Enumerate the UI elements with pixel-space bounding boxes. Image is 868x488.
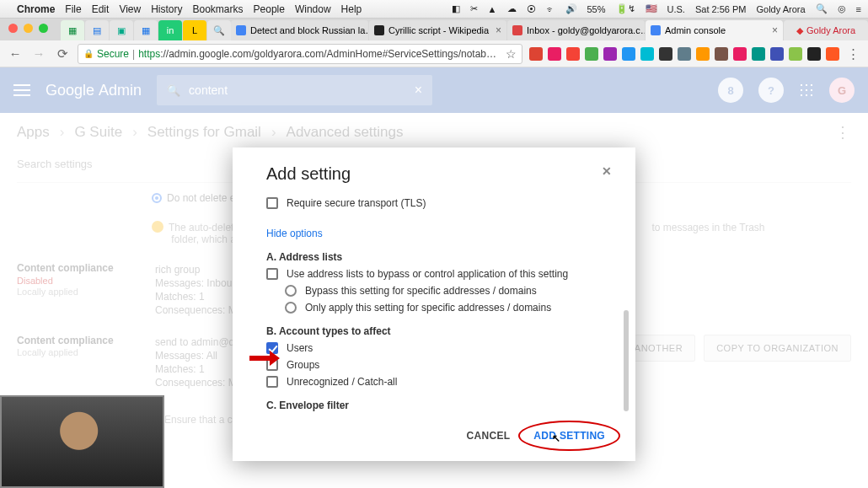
ext-icon[interactable] (659, 47, 672, 61)
window-controls (8, 24, 48, 33)
account-avatar[interactable]: G (829, 78, 855, 103)
ext-icon[interactable] (585, 47, 598, 61)
ext-icon[interactable] (640, 47, 654, 61)
admin-search-input[interactable] (189, 83, 406, 97)
battery-pct: 55% (587, 4, 606, 14)
clear-search-icon[interactable]: × (415, 83, 422, 98)
address-bar[interactable]: 🔒 Secure | https://admin.google.com/gold… (78, 44, 522, 64)
ext-icon[interactable] (752, 47, 765, 61)
close-icon[interactable]: × (496, 24, 501, 36)
pinned-tab[interactable]: L (183, 20, 206, 40)
back-button[interactable]: ← (7, 46, 24, 62)
status-icon: ✂ (470, 3, 478, 14)
ext-icon[interactable] (566, 47, 580, 61)
admin-search[interactable]: 🔍 × (157, 75, 432, 105)
breadcrumb-item: Advanced settings (287, 124, 404, 141)
browser-tab[interactable]: Cyrillic script - Wikipedia× (369, 20, 506, 40)
minimize-window-button[interactable] (24, 24, 33, 33)
extension-tab[interactable]: ◆Goldy Arora (784, 20, 868, 40)
pinned-tab[interactable]: in (158, 20, 182, 40)
section-a-title: A. Address lists (266, 251, 602, 263)
breadcrumb-item[interactable]: Apps (17, 124, 50, 141)
clock: Sat 2:56 PM (695, 4, 747, 14)
breadcrumb: Apps› G Suite› Settings for Gmail› Advan… (0, 113, 868, 151)
ext-icon[interactable] (622, 47, 635, 61)
notifications-badge[interactable]: 8 (718, 78, 743, 103)
menu-edit[interactable]: Edit (92, 3, 110, 15)
secure-label: Secure (97, 48, 129, 60)
status-icon: ▲ (488, 4, 497, 14)
spotlight-icon[interactable]: 🔍 (816, 3, 828, 14)
pinned-tab[interactable]: ▦ (134, 20, 158, 40)
overflow-menu-icon[interactable]: ⋮ (835, 123, 851, 142)
hamburger-icon[interactable] (13, 84, 30, 96)
reload-button[interactable]: ⟳ (54, 46, 71, 62)
close-icon[interactable]: × (772, 24, 778, 36)
cancel-button[interactable]: CANCEL (467, 430, 511, 442)
catchall-checkbox[interactable] (266, 376, 278, 388)
section-b-title: B. Account types to affect (266, 325, 602, 337)
breadcrumb-item[interactable]: G Suite (74, 124, 122, 141)
close-window-button[interactable] (8, 24, 18, 33)
menu-bookmarks[interactable]: Bookmarks (193, 3, 244, 15)
webcam-overlay (0, 395, 164, 488)
browser-menu-button[interactable]: ⋮ (844, 46, 861, 62)
apps-icon[interactable] (799, 83, 814, 98)
menu-help[interactable]: Help (341, 3, 362, 15)
warning-icon (152, 221, 163, 233)
fullscreen-window-button[interactable] (39, 24, 48, 33)
copy-to-org-button[interactable]: COPY TO ORGANIZATION (704, 335, 851, 362)
ext-icon[interactable] (789, 47, 802, 61)
locale: U.S. (667, 4, 685, 14)
menu-window[interactable]: Window (295, 3, 331, 15)
menu-view[interactable]: View (119, 3, 141, 15)
hide-options-link[interactable]: Hide options (266, 228, 602, 239)
add-setting-modal: Add setting ✕ Require secure transport (… (233, 147, 635, 461)
status-icon: ☁ (507, 3, 517, 14)
forward-button[interactable]: → (30, 46, 47, 62)
ext-icon[interactable] (826, 47, 839, 61)
ext-icon[interactable] (770, 47, 784, 61)
pinned-tab[interactable]: ▤ (85, 20, 109, 40)
ext-icon[interactable] (529, 47, 543, 61)
menu-history[interactable]: History (151, 3, 182, 15)
browser-tabstrip: ▦ ▤ ▣ ▦ in L 🔍 Detect and block Russian … (0, 19, 868, 40)
close-icon[interactable]: ✕ (602, 164, 612, 178)
menu-file[interactable]: File (65, 3, 81, 15)
breadcrumb-item[interactable]: Settings for Gmail (147, 124, 261, 141)
menu-people[interactable]: People (254, 3, 285, 15)
only-apply-radio[interactable] (285, 302, 297, 314)
pinned-tab[interactable]: ▦ (61, 20, 84, 40)
siri-icon[interactable]: ◎ (838, 3, 846, 14)
status-icon: ⦿ (527, 4, 536, 14)
browser-tab[interactable]: Detect and block Russian la…× (231, 20, 368, 40)
ext-icon[interactable] (733, 47, 747, 61)
ext-icon[interactable] (548, 47, 561, 61)
help-icon[interactable]: ? (758, 78, 784, 103)
menubar-app[interactable]: Chrome (17, 3, 55, 15)
add-setting-button[interactable]: ADD SETTING ↖ (527, 426, 612, 446)
search-icon: 🔍 (167, 84, 180, 97)
tls-checkbox[interactable] (266, 197, 278, 209)
ext-icon[interactable] (715, 47, 728, 61)
browser-tab-active[interactable]: Admin console× (646, 20, 783, 40)
pinned-tabs: ▦ ▤ ▣ ▦ in L 🔍 (61, 20, 231, 40)
address-list-checkbox[interactable] (266, 268, 278, 280)
admin-header: Google Admin 🔍 × 8 ? G (0, 67, 868, 113)
status-icon: ᯤ (546, 4, 555, 14)
browser-tab[interactable]: Inbox - goldy@goldyarora.c…× (507, 20, 645, 40)
bypass-radio[interactable] (285, 285, 297, 297)
browser-toolbar: ← → ⟳ 🔒 Secure | https://admin.google.co… (0, 40, 868, 67)
bookmark-star-icon[interactable]: ☆ (506, 47, 517, 61)
ext-icon[interactable] (678, 47, 691, 61)
pinned-tab[interactable]: 🔍 (207, 20, 231, 40)
setting-state: Disabled (17, 276, 143, 286)
menubar-user[interactable]: Goldy Arora (756, 4, 805, 14)
menu-icon[interactable]: ≡ (856, 4, 861, 14)
pinned-tab[interactable]: ▣ (110, 20, 133, 40)
ext-icon[interactable] (807, 47, 821, 61)
ext-icon[interactable] (603, 47, 617, 61)
ext-icon[interactable] (696, 47, 710, 61)
modal-scrollbar[interactable] (624, 310, 629, 411)
flag-icon: 🇺🇸 (646, 3, 657, 14)
